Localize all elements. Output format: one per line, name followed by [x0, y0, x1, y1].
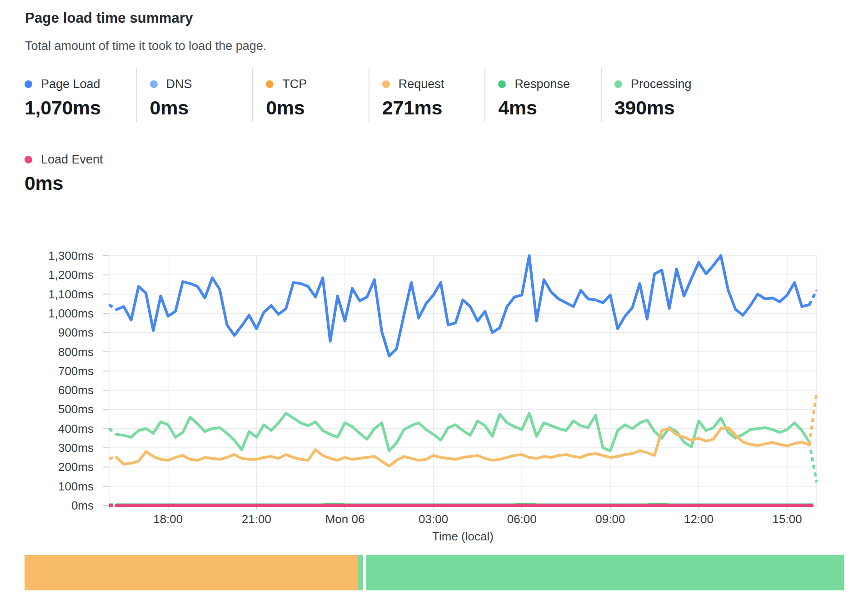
bar-segment-request-share — [25, 555, 358, 590]
series-processing-line — [116, 413, 809, 451]
y-axis-label: 600ms — [0, 383, 94, 397]
bar-segment-response-share — [358, 555, 363, 590]
x-axis-label: 03:00 — [395, 512, 472, 526]
series-processing-lead-dash — [109, 429, 116, 435]
series-request-line — [116, 428, 809, 466]
y-axis-label: 700ms — [0, 364, 94, 378]
x-axis-label: 21:00 — [218, 512, 295, 526]
series-page-load — [109, 256, 817, 356]
x-axis-label: 09:00 — [572, 512, 649, 526]
page: { "header": { "title": "Page load time s… — [0, 0, 868, 614]
series-page-load-trail-dash — [809, 290, 817, 305]
y-axis-label: 400ms — [0, 422, 94, 436]
y-axis-label: 1,300ms — [0, 249, 94, 262]
x-axis-label: 12:00 — [660, 512, 738, 526]
y-axis-label: 900ms — [0, 326, 94, 339]
y-axis-label: 200ms — [0, 460, 94, 474]
series-page-load-line — [116, 256, 809, 356]
x-axis-label: 06:00 — [483, 512, 560, 526]
y-axis-label: 1,000ms — [0, 307, 94, 320]
bar-segment-processing-share — [366, 555, 844, 590]
y-axis-label: 100ms — [0, 480, 94, 493]
x-axis-label: 18:00 — [130, 512, 207, 526]
y-axis-label: 300ms — [0, 441, 94, 455]
x-axis-title: Time (local) — [395, 530, 531, 543]
y-axis-label: 1,100ms — [0, 287, 94, 301]
x-axis-label: 15:00 — [748, 512, 826, 526]
load-time-breakdown-bar — [25, 555, 844, 590]
y-axis-label: 0ms — [0, 499, 94, 512]
x-axis-label: Mon 06 — [306, 512, 384, 526]
y-axis-label: 500ms — [0, 402, 94, 416]
y-axis-label: 1,200ms — [0, 268, 94, 282]
series-request-trail-dash — [809, 392, 817, 445]
y-axis-label: 800ms — [0, 345, 94, 359]
gridlines — [103, 256, 817, 510]
